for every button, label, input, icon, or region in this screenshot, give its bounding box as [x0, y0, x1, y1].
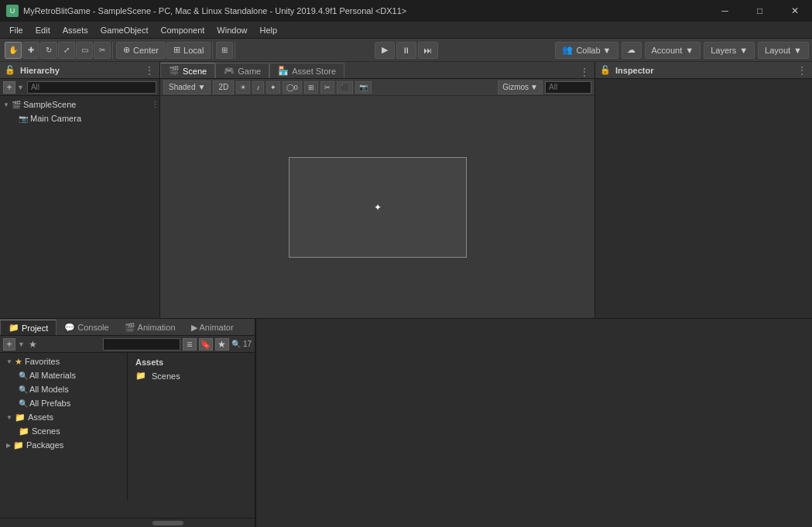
tool-scale[interactable]: ⤢: [58, 42, 75, 59]
tool-hand[interactable]: ✋: [5, 42, 22, 59]
tool-custom[interactable]: ✂: [94, 42, 111, 59]
tab-scene[interactable]: 🎬 Scene: [160, 63, 215, 78]
minimize-button[interactable]: ─: [708, 0, 742, 22]
close-button[interactable]: ✕: [777, 0, 812, 22]
hierarchy-search-input[interactable]: [27, 81, 156, 94]
tree-packages[interactable]: ▶ 📁 Packages: [0, 438, 127, 452]
camera-button[interactable]: ⬛: [337, 81, 353, 94]
asset-store-tab-label: Asset Store: [292, 67, 336, 76]
tab-animation[interactable]: 🎬 Animation: [117, 320, 183, 335]
tool-move[interactable]: ✚: [22, 42, 39, 59]
mode-2d-button[interactable]: 2D: [213, 80, 234, 94]
maximize-button[interactable]: □: [742, 0, 777, 22]
local-pivot-button[interactable]: ⊞ Local: [166, 42, 211, 59]
fx-toggle[interactable]: ✦: [266, 81, 280, 94]
play-button[interactable]: ▶: [375, 42, 395, 59]
menu-gameobject[interactable]: GameObject: [94, 22, 155, 38]
project-add-button[interactable]: +: [3, 338, 15, 351]
hierarchy-toolbar: + ▼: [0, 79, 159, 96]
hierarchy-content: ▼ 🎬 SampleScene ⋮ 📷 Main Camera: [0, 96, 159, 318]
project-scrollbar[interactable]: [0, 518, 255, 527]
inspector-more-icon[interactable]: ⋮: [797, 64, 807, 77]
inspector-lock-icon[interactable]: 🔓: [600, 65, 611, 75]
audio-toggle[interactable]: ♪: [252, 81, 264, 94]
assets-tree-label: Assets: [28, 412, 53, 422]
center-label: Center: [133, 46, 159, 55]
render-button[interactable]: 📷: [355, 81, 372, 94]
title-bar: U MyRetroBlitGame - SampleScene - PC, Ma…: [0, 0, 812, 22]
scene-menu-icon[interactable]: ⋮: [151, 100, 159, 110]
hierarchy-add-chevron[interactable]: ▼: [17, 84, 24, 91]
animator-tab-icon: ▶: [191, 323, 197, 333]
tree-favorites[interactable]: ▼ ★ Favorites: [0, 354, 127, 368]
project-filter-button[interactable]: ≡: [183, 338, 197, 351]
gizmos-button[interactable]: Gizmos ▼: [498, 80, 543, 94]
tool-rotate[interactable]: ↻: [40, 42, 57, 59]
tab-project[interactable]: 📁 Project: [0, 320, 57, 335]
hierarchy-lock-icon[interactable]: 🔓: [5, 65, 15, 75]
center-pivot-button[interactable]: ⊕ Center: [116, 42, 166, 59]
project-content: ▼ ★ Favorites 🔍 All Materials 🔍 All Mode…: [0, 353, 255, 518]
menu-file[interactable]: File: [3, 22, 29, 38]
hidden-toggle[interactable]: ◯0: [283, 81, 302, 94]
hierarchy-item-camera[interactable]: 📷 Main Camera: [0, 111, 159, 125]
project-search-input[interactable]: [103, 338, 180, 351]
tab-game[interactable]: 🎮 Game: [215, 63, 269, 78]
scissors-button[interactable]: ✂: [320, 81, 334, 94]
tree-assets[interactable]: ▼ 📁 Assets: [0, 410, 127, 424]
project-scrollbar-thumb[interactable]: [152, 521, 183, 525]
menu-assets[interactable]: Assets: [57, 22, 94, 38]
asset-scenes-label: Scenes: [152, 371, 180, 381]
scene-search-input[interactable]: [545, 81, 591, 94]
scene-viewport-area[interactable]: ✦: [160, 96, 594, 318]
tab-animator[interactable]: ▶ Animator: [183, 320, 242, 335]
hierarchy-scene-row[interactable]: ▼ 🎬 SampleScene ⋮: [0, 98, 159, 111]
collab-label: Collab ▼: [576, 46, 611, 55]
project-star-filter[interactable]: ★: [215, 338, 229, 351]
scenes-tree-label: Scenes: [32, 426, 60, 436]
tree-scenes[interactable]: 📁 Scenes: [0, 424, 127, 438]
pause-button[interactable]: ⏸: [396, 42, 416, 59]
shading-label: Shaded: [169, 83, 195, 91]
layout-chevron: ▼: [793, 46, 802, 55]
layers-button[interactable]: Layers ▼: [704, 42, 755, 59]
menu-window[interactable]: Window: [211, 22, 253, 38]
scene-name: SampleScene: [23, 100, 77, 109]
tree-all-materials[interactable]: 🔍 All Materials: [0, 368, 127, 382]
menu-edit[interactable]: Edit: [29, 22, 57, 38]
menu-bar: File Edit Assets GameObject Component Wi…: [0, 22, 812, 39]
collab-icon: 👥: [562, 45, 573, 55]
tab-asset-store[interactable]: 🏪 Asset Store: [269, 63, 344, 78]
gizmos-chevron: ▼: [530, 83, 538, 91]
play-controls: ▶ ⏸ ⏭: [375, 42, 438, 59]
hierarchy-more-icon[interactable]: ⋮: [144, 64, 155, 77]
bottom-tab-bar: 📁 Project 💬 Console 🎬 Animation ▶ Animat…: [0, 319, 255, 336]
inspector-header: 🔓 Inspector ⋮: [595, 62, 812, 79]
project-bookmark-icon[interactable]: 🔖: [199, 338, 213, 351]
pivot-group: ⊕ Center ⊞ Local: [115, 42, 213, 59]
scene-tabs-more-icon[interactable]: ⋮: [579, 66, 590, 78]
collab-button[interactable]: 👥 Collab ▼: [555, 42, 618, 59]
project-star-icon[interactable]: ★: [27, 338, 39, 351]
account-button[interactable]: Account ▼: [645, 42, 701, 59]
grid-toggle[interactable]: ⊞: [304, 81, 318, 94]
project-toolbar: + ▼ ★ ≡ 🔖 ★ 🔍 17: [0, 336, 255, 353]
grid-button[interactable]: ⊞: [216, 42, 233, 59]
tree-all-prefabs[interactable]: 🔍 All Prefabs: [0, 396, 127, 410]
layout-button[interactable]: Layout ▼: [758, 42, 809, 59]
tool-rect[interactable]: ▭: [76, 42, 93, 59]
light-toggle[interactable]: ☀: [236, 81, 250, 94]
tree-all-models[interactable]: 🔍 All Models: [0, 382, 127, 396]
toolbar: ✋ ✚ ↻ ⤢ ▭ ✂ ⊕ Center ⊞ Local ⊞ ▶ ⏸ ⏭ 👥 C…: [0, 39, 812, 62]
menu-help[interactable]: Help: [253, 22, 283, 38]
tab-console[interactable]: 💬 Console: [57, 320, 116, 335]
project-asset-count: 17: [243, 340, 252, 348]
hierarchy-add-button[interactable]: +: [3, 81, 15, 94]
asset-scenes-folder[interactable]: 📁 Scenes: [131, 368, 252, 383]
menu-component[interactable]: Component: [154, 22, 211, 38]
pivot-icon: ⊕: [123, 45, 130, 55]
step-button[interactable]: ⏭: [418, 42, 438, 59]
shading-dropdown[interactable]: Shaded ▼: [163, 80, 211, 94]
project-add-chevron[interactable]: ▼: [18, 340, 25, 348]
cloud-button[interactable]: ☁: [622, 42, 642, 59]
